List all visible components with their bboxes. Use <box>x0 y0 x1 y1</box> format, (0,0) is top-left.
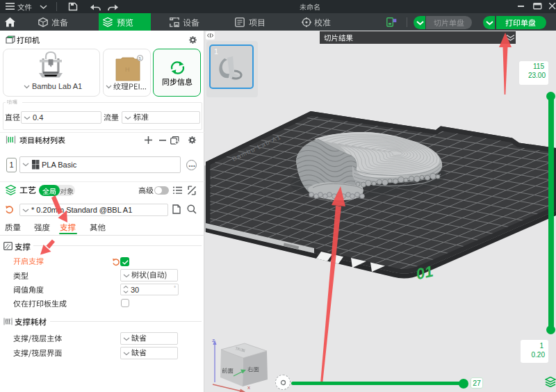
svg-text:01: 01 <box>414 263 434 284</box>
svg-text:H: H <box>125 66 130 73</box>
svg-text:z: z <box>212 337 215 343</box>
svg-text:x: x <box>247 384 250 391</box>
